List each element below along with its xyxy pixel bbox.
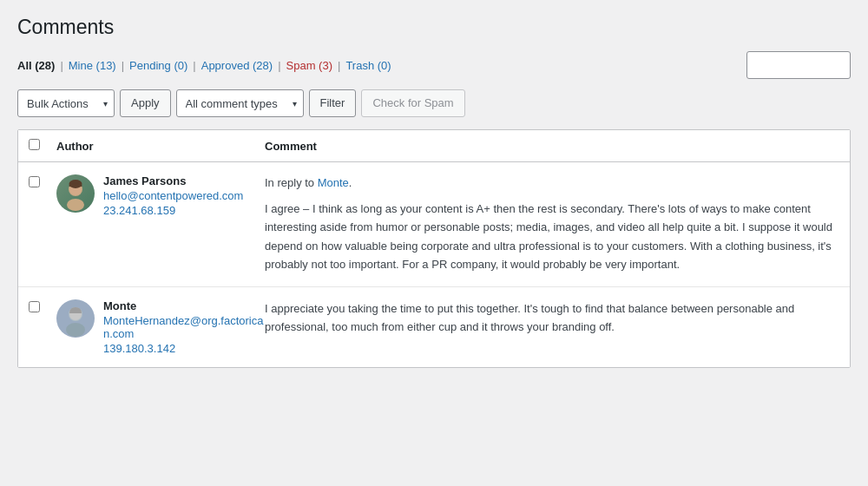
filter-approved[interactable]: Approved (28): [201, 59, 273, 72]
search-box: [746, 51, 851, 79]
author-ip[interactable]: 23.241.68.159: [103, 204, 243, 217]
avatar: [56, 299, 95, 338]
check-spam-button[interactable]: Check for Spam: [361, 89, 464, 117]
comment-filter-links: All (28) | Mine (13) | Pending (0) | App…: [17, 51, 851, 79]
author-cell: Monte MonteHernandez@org.factorican.com …: [56, 299, 265, 355]
svg-point-1: [67, 199, 84, 211]
comment-types-select[interactable]: All comment types: [176, 89, 304, 117]
row-checkbox[interactable]: [29, 176, 40, 187]
bulk-actions-select[interactable]: Bulk Actions: [17, 89, 115, 117]
author-info: Monte MonteHernandez@org.factorican.com …: [103, 299, 265, 355]
comments-table: Author Comment: [17, 129, 851, 368]
apply-button[interactable]: Apply: [120, 89, 171, 117]
author-cell: James Parsons hello@contentpowered.com 2…: [56, 174, 265, 217]
avatar: [56, 174, 95, 213]
table-row: James Parsons hello@contentpowered.com 2…: [18, 162, 850, 287]
reply-to-link[interactable]: Monte: [318, 176, 349, 189]
filter-all[interactable]: All (28): [17, 59, 55, 72]
toolbar: Bulk Actions ▾ Apply All comment types ▾…: [17, 89, 851, 117]
author-email[interactable]: hello@contentpowered.com: [103, 189, 243, 202]
reply-to: In reply to Monte.: [265, 174, 839, 193]
filter-mine[interactable]: Mine (13): [69, 59, 116, 72]
table-row: Monte MonteHernandez@org.factorican.com …: [18, 287, 850, 367]
filter-pending[interactable]: Pending (0): [129, 59, 187, 72]
bulk-actions-wrap: Bulk Actions ▾: [17, 89, 115, 117]
comment-text: I agree – I think as long as your conten…: [265, 200, 839, 274]
filter-spam[interactable]: Spam (3): [286, 59, 332, 72]
comment-cell: In reply to Monte. I agree – I think as …: [265, 174, 839, 274]
row-check-cell: [29, 299, 56, 315]
header-comment: Comment: [265, 140, 839, 153]
comment-text: I appreciate you taking the time to put …: [265, 299, 839, 337]
row-check-cell: [29, 174, 56, 190]
author-info: James Parsons hello@contentpowered.com 2…: [103, 174, 243, 217]
author-email[interactable]: MonteHernandez@org.factorican.com: [103, 314, 265, 340]
row-checkbox[interactable]: [29, 301, 40, 312]
author-name: Monte: [103, 299, 265, 312]
filter-button[interactable]: Filter: [309, 89, 357, 117]
select-all-checkbox[interactable]: [29, 139, 40, 150]
comment-types-wrap: All comment types ▾: [176, 89, 304, 117]
page-title: Comments: [17, 16, 851, 39]
header-check-cell: [29, 139, 56, 153]
table-header: Author Comment: [18, 130, 850, 162]
comment-cell: I appreciate you taking the time to put …: [265, 299, 839, 337]
author-name: James Parsons: [103, 174, 243, 187]
author-ip[interactable]: 139.180.3.142: [103, 342, 265, 355]
search-input[interactable]: [746, 51, 851, 79]
svg-point-5: [66, 323, 85, 337]
header-author: Author: [56, 140, 265, 153]
filter-trash[interactable]: Trash (0): [345, 59, 391, 72]
